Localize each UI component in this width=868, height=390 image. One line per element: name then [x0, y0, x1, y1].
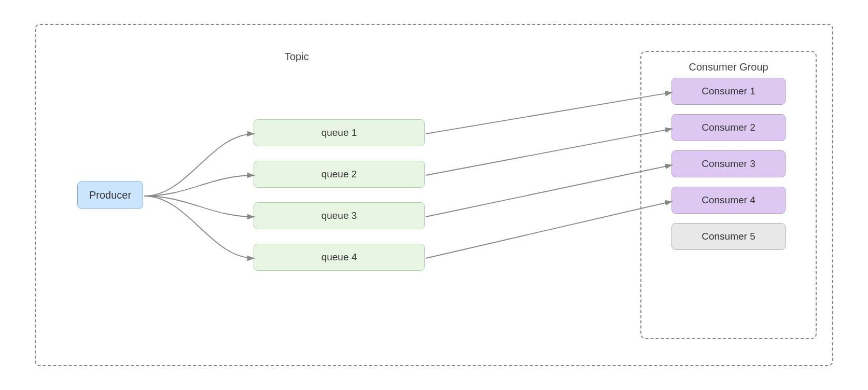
queue-box-4: queue 4 [254, 244, 425, 271]
queue-box-1: queue 1 [254, 119, 425, 146]
consumer-box-4: Consumer 4 [671, 187, 786, 214]
consumer-box-1: Consumer 1 [671, 78, 786, 105]
producer-label: Producer [89, 189, 131, 201]
consumer-label-2: Consumer 2 [702, 122, 755, 133]
consumer-box-3: Consumer 3 [671, 150, 786, 177]
svg-line-1 [426, 92, 673, 134]
consumer-label-5: Consumer 5 [702, 231, 755, 242]
consumer-label-1: Consumer 1 [702, 86, 755, 96]
outer-container: Topic Producer queue 1 queue 2 queue 3 q… [35, 24, 833, 366]
queues-container: queue 1 queue 2 queue 3 queue 4 [254, 119, 425, 271]
consumer-label-4: Consumer 4 [702, 194, 755, 205]
consumer-group-label: Consumer Group [689, 61, 768, 73]
consumer-group-box: Consumer Group Consumer 1 Consumer 2 Con… [640, 51, 817, 339]
queue-label-2: queue 2 [321, 169, 357, 179]
consumer-box-2: Consumer 2 [671, 114, 786, 141]
svg-line-2 [426, 129, 673, 175]
queue-box-2: queue 2 [254, 161, 425, 188]
consumer-label-3: Consumer 3 [702, 158, 755, 169]
consumer-box-5: Consumer 5 [671, 223, 786, 250]
queue-box-3: queue 3 [254, 202, 425, 229]
svg-line-4 [426, 201, 673, 258]
svg-line-3 [426, 165, 673, 217]
topic-label: Topic [285, 51, 309, 63]
queue-label-4: queue 4 [321, 252, 357, 262]
queue-label-1: queue 1 [321, 127, 357, 138]
queue-label-3: queue 3 [321, 210, 357, 221]
producer-box: Producer [77, 182, 143, 209]
